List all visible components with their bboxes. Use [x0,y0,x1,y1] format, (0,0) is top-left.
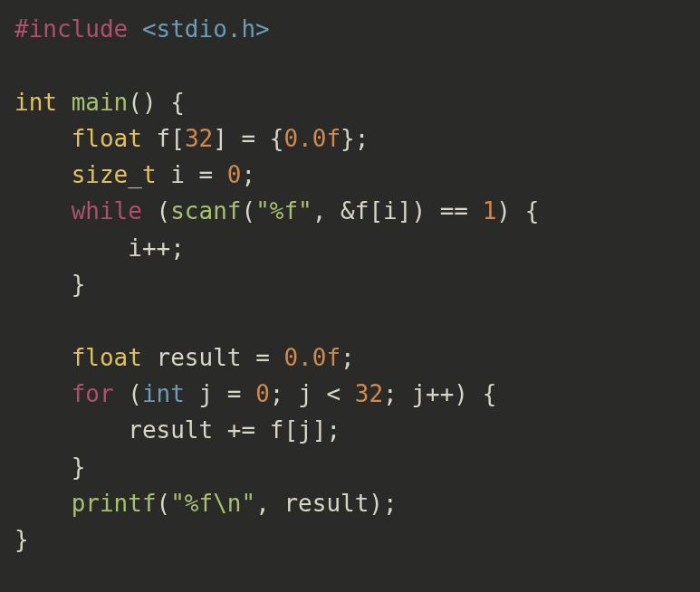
ident-i: i [383,197,398,224]
kw-sizet: size_t [72,161,157,188]
ident-f: f [270,416,284,444]
num-0: 0 [255,380,270,407]
ident-j: j [298,416,312,444]
semi: ; [383,490,398,517]
num-0f: 0.0f [283,125,340,152]
line-3: int main() { [14,89,185,116]
comma: , [255,490,270,517]
line-5: size_t i = 0; [14,161,255,188]
str-fmt: "%f" [255,197,312,224]
paren-open: ( [157,197,171,224]
op-eq: = [255,344,270,371]
brace-close: } [72,454,86,481]
line-11: for (int j = 0; j < 32; j++) { [14,380,496,407]
op-eq: = [242,125,256,152]
bracket-open: [ [283,416,298,444]
code-block: #include <stdio.h> int main() { float f[… [14,11,686,558]
preproc-include: #include [14,15,128,43]
line-1: #include <stdio.h> [14,15,270,43]
semi: ; [270,380,284,407]
paren-open: ( [128,380,142,407]
bracket-close: ] [312,416,327,444]
stmt-ipp: i++; [128,234,185,262]
paren-open: ( [242,197,256,224]
num-0f: 0.0f [283,344,340,371]
include-header: <stdio.h> [142,15,270,43]
paren-close: ) [142,89,157,116]
bracket-close: ] [398,197,412,224]
bracket-close: ] [213,125,227,152]
str-fmt: "%f\n" [170,490,255,517]
paren-open: ( [157,490,171,517]
kw-for: for [72,380,114,407]
op-pluseq: += [227,416,255,444]
semi: ; [326,416,340,444]
line-6: while (scanf("%f", &f[i]) == 1) { [14,197,539,224]
bracket-open: [ [369,197,383,224]
fn-printf: printf [72,490,157,517]
line-10: float result = 0.0f; [14,344,355,371]
brace-open: { [170,89,185,116]
line-4: float f[32] = {0.0f}; [14,125,369,152]
ident-f: f [157,125,171,152]
num-32: 32 [185,125,213,152]
brace-open: { [525,197,540,224]
paren-close: ) [454,380,468,407]
kw-int: int [14,89,57,116]
kw-int: int [142,380,185,407]
kw-while: while [72,197,142,224]
paren-open: ( [128,89,142,116]
op-eqeq: == [440,197,468,224]
blank-line [14,307,29,334]
paren-close: ) [411,197,426,224]
brace-close: } [72,271,86,298]
line-15: } [14,526,29,553]
semi: ; [355,125,369,152]
num-1: 1 [483,197,497,224]
kw-float: float [72,125,142,152]
fn-scanf: scanf [170,197,241,224]
op-eq: = [199,161,214,188]
op-amp: & [340,197,355,224]
ident-result: result [128,416,213,444]
fn-main: main [72,89,129,116]
paren-close: ) [496,197,511,224]
bracket-open: [ [170,125,185,152]
paren-close: ) [369,490,383,517]
op-eq: = [227,380,242,407]
ident-jpp: j++ [411,380,454,407]
ident-i: i [170,161,185,188]
line-14: printf("%f\n", result); [14,490,398,517]
kw-float: float [72,344,142,371]
ident-result: result [157,344,242,371]
line-7: i++; [14,234,185,262]
ident-f: f [355,197,369,224]
line-12: result += f[j]; [14,416,340,444]
semi: ; [340,344,355,371]
comma: , [312,197,327,224]
brace-close: } [340,125,355,152]
ident-j: j [298,380,312,407]
ident-result: result [283,490,369,517]
blank-line [14,52,29,79]
num-0: 0 [227,161,242,188]
semi: ; [241,161,255,188]
op-lt: < [326,380,340,407]
line-8: } [14,271,85,298]
brace-open: { [270,125,284,152]
brace-close: } [14,526,29,553]
num-32: 32 [355,380,383,407]
ident-j: j [199,380,214,407]
brace-open: { [483,380,497,407]
semi: ; [383,380,398,407]
line-13: } [14,454,85,481]
